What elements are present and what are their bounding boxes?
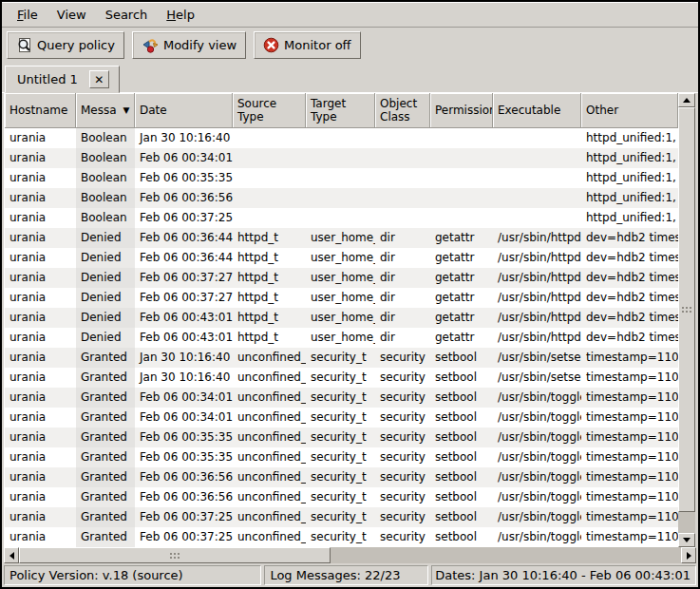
cell-object_class: security — [375, 408, 430, 428]
cell-target_type: user_home_ — [306, 328, 375, 348]
table-row[interactable]: uraniaDeniedFeb 06 00:36:44httpd_tuser_h… — [5, 248, 678, 268]
horizontal-scrollbar-thumb[interactable] — [19, 547, 331, 563]
table-row[interactable]: uraniaGrantedFeb 06 00:35:35unconfined_s… — [5, 447, 678, 467]
cell-date: Feb 06 00:36:56 — [135, 188, 233, 208]
menu-file[interactable]: File — [8, 4, 47, 26]
cell-object_class: security — [375, 507, 430, 527]
cell-permission: getattr — [430, 328, 493, 348]
grip-icon — [682, 307, 691, 313]
cell-permission: getattr — [430, 248, 493, 268]
table-row[interactable]: uraniaBooleanFeb 06 00:37:25httpd_unifie… — [5, 208, 678, 228]
cell-source_type: unconfined_ — [233, 487, 306, 507]
horizontal-scrollbar[interactable] — [4, 547, 696, 563]
cell-permission: setbool — [430, 487, 493, 507]
table-row[interactable]: uraniaDeniedFeb 06 00:37:27httpd_tuser_h… — [5, 288, 678, 308]
column-header-label: Object Class — [380, 97, 425, 124]
cell-executable — [493, 148, 581, 168]
scroll-up-button[interactable] — [678, 93, 695, 107]
table-row[interactable]: uraniaGrantedFeb 06 00:37:25unconfined_s… — [5, 527, 678, 547]
table-row[interactable]: uraniaBooleanFeb 06 00:36:56httpd_unifie… — [5, 188, 678, 208]
column-header-target_type[interactable]: Target Type — [306, 93, 375, 128]
cell-hostname: urania — [5, 248, 76, 268]
log-table: HostnameMessa▼DateSource TypeTarget Type… — [4, 93, 678, 547]
tab-untitled-1[interactable]: Untitled 1 ✕ — [5, 66, 120, 93]
horizontal-scrollbar-trough[interactable] — [19, 547, 681, 563]
table-row[interactable]: uraniaGrantedFeb 06 00:36:56unconfined_s… — [5, 467, 678, 487]
cell-executable: /usr/sbin/httpd — [493, 328, 581, 348]
cell-other: timestamp=11076 — [581, 388, 678, 408]
table-row[interactable]: uraniaGrantedFeb 06 00:34:01unconfined_s… — [5, 388, 678, 408]
cell-message: Granted — [76, 467, 135, 487]
modify-view-button[interactable]: Modify view — [132, 31, 246, 59]
cell-permission: setbool — [430, 447, 493, 467]
cell-executable: /usr/sbin/httpd — [493, 248, 581, 268]
cell-hostname: urania — [5, 148, 76, 168]
vertical-scrollbar-trough[interactable] — [678, 107, 695, 533]
cell-object_class: security — [375, 348, 430, 368]
cell-permission: setbool — [430, 527, 493, 547]
vertical-scrollbar[interactable] — [678, 93, 695, 547]
table-row[interactable]: uraniaDeniedFeb 06 00:43:01httpd_tuser_h… — [5, 308, 678, 328]
policy-version-status: Policy Version: v.18 (source) — [4, 565, 261, 585]
table-row[interactable]: uraniaGrantedJan 30 10:16:40unconfined_s… — [5, 368, 678, 388]
column-header-executable[interactable]: Executable — [493, 93, 581, 128]
column-header-object_class[interactable]: Object Class — [375, 93, 430, 128]
table-row[interactable]: uraniaGrantedFeb 06 00:37:25unconfined_s… — [5, 507, 678, 527]
table-row[interactable]: uraniaGrantedFeb 06 00:35:35unconfined_s… — [5, 428, 678, 447]
table-row[interactable]: uraniaBooleanFeb 06 00:34:01httpd_unifie… — [5, 148, 678, 168]
menu-search[interactable]: Search — [96, 4, 158, 26]
column-header-permission[interactable]: Permission — [430, 93, 493, 128]
scroll-left-button[interactable] — [4, 547, 19, 563]
cell-source_type: unconfined_ — [233, 368, 306, 388]
cell-object_class: dir — [375, 328, 430, 348]
column-header-source_type[interactable]: Source Type — [233, 93, 306, 128]
cell-date: Feb 06 00:34:01 — [135, 388, 233, 408]
table-row[interactable]: uraniaDeniedFeb 06 00:37:27httpd_tuser_h… — [5, 268, 678, 288]
vertical-scrollbar-thumb[interactable] — [678, 107, 695, 512]
cell-executable: /usr/sbin/setseb — [493, 348, 581, 368]
menu-view[interactable]: View — [47, 4, 96, 26]
cell-message: Granted — [76, 527, 135, 547]
cell-hostname: urania — [5, 527, 76, 547]
query-policy-button[interactable]: Query policy — [7, 31, 124, 59]
table-row[interactable]: uraniaGrantedFeb 06 00:34:01unconfined_s… — [5, 408, 678, 428]
cell-date: Feb 06 00:43:01 — [135, 308, 233, 328]
scroll-down-button[interactable] — [678, 533, 695, 547]
column-header-message[interactable]: Messa▼ — [76, 93, 135, 128]
toolbar-button-label: Monitor off — [284, 38, 350, 52]
cell-permission — [430, 188, 493, 208]
cell-message: Granted — [76, 428, 135, 447]
cell-date: Feb 06 00:36:56 — [135, 467, 233, 487]
column-header-date[interactable]: Date — [135, 93, 233, 128]
cell-other: httpd_unified:1, h — [581, 188, 678, 208]
cell-source_type: httpd_t — [233, 328, 306, 348]
table-row[interactable]: uraniaGrantedJan 30 10:16:40unconfined_s… — [5, 348, 678, 368]
cell-executable — [493, 168, 581, 188]
cell-other: dev=hdb2 timesta — [581, 308, 678, 328]
table-row[interactable]: uraniaBooleanFeb 06 00:35:35httpd_unifie… — [5, 168, 678, 188]
table-row[interactable]: uraniaDeniedFeb 06 00:36:44httpd_tuser_h… — [5, 228, 678, 248]
table-row[interactable]: uraniaGrantedFeb 06 00:36:56unconfined_s… — [5, 487, 678, 507]
arrow-right-icon — [687, 552, 691, 560]
column-header-hostname[interactable]: Hostname — [5, 93, 76, 128]
menu-help[interactable]: Help — [157, 4, 204, 26]
cell-message: Granted — [76, 368, 135, 388]
cell-message: Granted — [76, 507, 135, 527]
cell-hostname: urania — [5, 368, 76, 388]
cell-other: httpd_unified:1, h — [581, 148, 678, 168]
cell-executable: /usr/sbin/toggle — [493, 447, 581, 467]
cell-message: Granted — [76, 408, 135, 428]
monitor-off-button[interactable]: Monitor off — [254, 31, 360, 59]
scroll-right-button[interactable] — [681, 547, 696, 563]
log-table-body: uraniaBooleanJan 30 10:16:40httpd_unifie… — [5, 128, 678, 547]
table-row[interactable]: uraniaDeniedFeb 06 00:43:01httpd_tuser_h… — [5, 328, 678, 348]
cell-message: Boolean — [76, 128, 135, 148]
cell-message: Granted — [76, 487, 135, 507]
table-row[interactable]: uraniaBooleanJan 30 10:16:40httpd_unifie… — [5, 128, 678, 148]
tab-close-button[interactable]: ✕ — [89, 70, 109, 88]
cell-executable: /usr/sbin/toggle — [493, 408, 581, 428]
cell-executable: /usr/sbin/toggle — [493, 388, 581, 408]
column-header-other[interactable]: Other — [581, 93, 678, 128]
cell-hostname: urania — [5, 428, 76, 447]
cell-target_type: security_t — [306, 428, 375, 447]
